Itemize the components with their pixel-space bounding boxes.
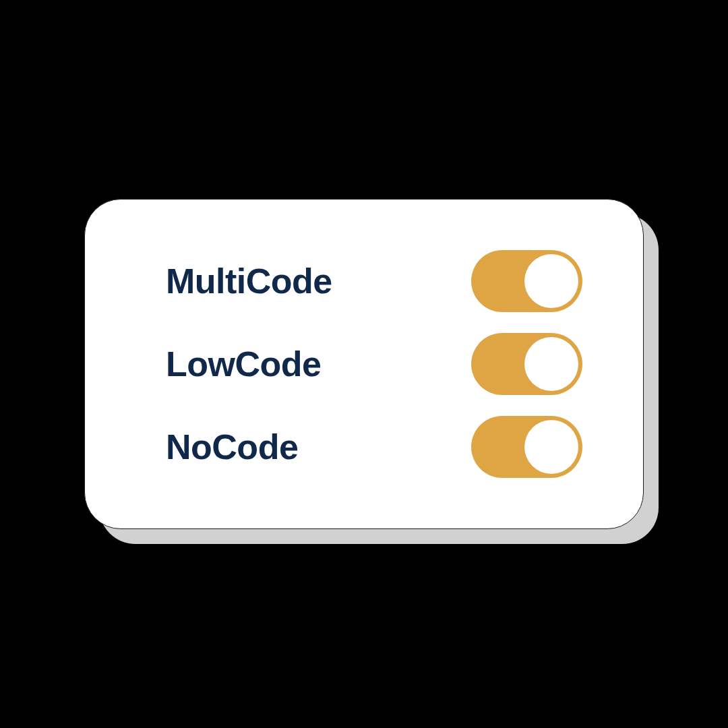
toggle-label-nocode: NoCode <box>166 427 298 467</box>
settings-card: MultiCode LowCode NoCode <box>84 199 644 529</box>
toggle-switch-lowcode[interactable] <box>471 333 582 395</box>
toggle-knob <box>524 420 578 474</box>
toggle-label-multicode: MultiCode <box>166 261 332 301</box>
toggle-switch-multicode[interactable] <box>471 250 582 312</box>
settings-card-wrapper: MultiCode LowCode NoCode <box>84 199 644 529</box>
toggle-row-multicode: MultiCode <box>166 250 582 312</box>
toggle-row-nocode: NoCode <box>166 416 582 478</box>
toggle-switch-nocode[interactable] <box>471 416 582 478</box>
toggle-knob <box>524 254 578 308</box>
toggle-row-lowcode: LowCode <box>166 333 582 395</box>
toggle-knob <box>524 337 578 391</box>
toggle-label-lowcode: LowCode <box>166 344 321 384</box>
